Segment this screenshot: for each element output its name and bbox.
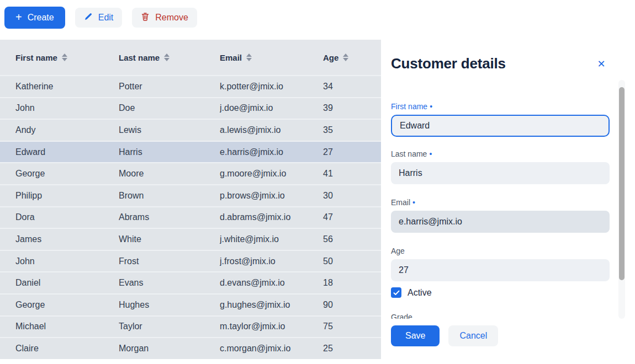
table-cell: 30 <box>323 191 381 201</box>
table-row[interactable]: EdwardHarrise.harris@jmix.io27 <box>0 141 381 163</box>
table-cell: Potter <box>119 82 220 92</box>
table-cell: j.frost@jmix.io <box>220 256 323 266</box>
table-cell: Doe <box>119 103 220 113</box>
table-cell: Abrams <box>119 212 220 222</box>
column-header-last-name[interactable]: Last name <box>119 53 220 62</box>
table-cell: Brown <box>119 191 220 201</box>
app-window: + Create Edit Remove First nameLast name… <box>0 0 635 364</box>
table-cell: Philipp <box>15 191 119 201</box>
sort-arrows-icon[interactable] <box>164 53 170 61</box>
table-cell: c.morgan@jmix.io <box>220 344 323 354</box>
table-row[interactable]: GeorgeHughesg.hughes@jmix.io90 <box>0 293 381 315</box>
table-cell: m.taylor@jmix.io <box>220 322 323 331</box>
create-button-label: Create <box>28 13 54 23</box>
table-cell: Moore <box>119 169 220 179</box>
sort-arrows-icon[interactable] <box>343 53 348 61</box>
column-header-label: First name <box>15 53 57 62</box>
table-row[interactable]: GeorgeMooreg.moore@jmix.io41 <box>0 162 381 184</box>
table-cell: g.hughes@jmix.io <box>220 300 323 310</box>
edit-button[interactable]: Edit <box>75 8 123 28</box>
last-name-label-text: Last name <box>391 149 427 158</box>
panel-scrollbar-thumb[interactable] <box>619 87 625 280</box>
active-checkbox-label: Active <box>408 288 432 298</box>
column-header-label: Last name <box>119 53 160 62</box>
email-field[interactable] <box>391 211 610 233</box>
table-cell: 90 <box>323 300 381 310</box>
grade-label: Grade <box>391 313 610 319</box>
table-cell: John <box>15 256 119 266</box>
table-row[interactable]: AndyLewisa.lewis@jmix.io35 <box>0 119 381 141</box>
details-form-scroll-area: First name• Last name• Email• Age <box>381 80 635 319</box>
age-label: Age <box>391 247 610 255</box>
table-cell: Daniel <box>15 278 119 288</box>
table-cell: Lewis <box>119 125 220 135</box>
column-header-age[interactable]: Age <box>323 53 381 62</box>
column-header-label: Email <box>220 53 242 62</box>
table-row[interactable]: JohnDoej.doe@jmix.io39 <box>0 97 381 119</box>
first-name-label-text: First name <box>391 102 427 111</box>
active-checkbox-row[interactable]: Active <box>391 287 610 298</box>
sort-arrows-icon[interactable] <box>246 53 252 61</box>
table-cell: George <box>15 169 119 179</box>
table-cell: 35 <box>323 125 381 135</box>
table-cell: Katherine <box>15 82 119 92</box>
table-row[interactable]: DoraAbramsd.abrams@jmix.io47 <box>0 206 381 228</box>
trash-icon <box>141 12 150 23</box>
remove-button[interactable]: Remove <box>132 8 197 28</box>
table-cell: 75 <box>323 322 381 331</box>
table-cell: James <box>15 234 119 244</box>
table-cell: 47 <box>323 212 381 222</box>
table-row[interactable]: KatherinePotterk.potter@jmix.io34 <box>0 75 381 97</box>
customer-details-panel: Customer details ✕ First name• Last name… <box>381 0 635 364</box>
required-indicator: • <box>430 102 432 111</box>
table-cell: 50 <box>323 256 381 266</box>
table-cell: 18 <box>323 278 381 288</box>
table-cell: Claire <box>15 344 119 354</box>
column-header-label: Age <box>323 53 338 62</box>
plus-icon: + <box>15 12 22 23</box>
table-cell: Harris <box>119 147 220 157</box>
last-name-label: Last name• <box>391 149 610 158</box>
first-name-label: First name• <box>391 102 610 111</box>
column-header-first-name[interactable]: First name <box>15 53 119 62</box>
panel-scrollbar-track[interactable] <box>618 80 625 319</box>
checkbox-checked-icon[interactable] <box>391 287 401 298</box>
crud-toolbar: + Create Edit Remove <box>4 7 197 29</box>
create-button[interactable]: + Create <box>4 7 65 29</box>
sort-arrows-icon[interactable] <box>62 53 67 61</box>
table-cell: Hughes <box>119 300 220 310</box>
age-field[interactable] <box>391 259 610 281</box>
close-icon[interactable]: ✕ <box>594 57 608 71</box>
table-row[interactable]: PhilippBrownp.brows@jmix.io30 <box>0 184 381 206</box>
table-row[interactable]: JamesWhitej.white@jmix.io56 <box>0 228 381 250</box>
table-cell: j.doe@jmix.io <box>220 103 323 113</box>
table-cell: e.harris@jmix.io <box>220 147 323 157</box>
required-indicator: • <box>412 198 415 207</box>
table-cell: George <box>15 300 119 310</box>
email-label: Email• <box>391 198 610 207</box>
grid-header-row: First nameLast nameEmailAge <box>0 40 381 75</box>
cancel-button[interactable]: Cancel <box>448 325 498 346</box>
column-header-email[interactable]: Email <box>220 53 323 62</box>
pencil-icon <box>84 12 93 23</box>
table-cell: k.potter@jmix.io <box>220 82 323 92</box>
table-row[interactable]: MichaelTaylorm.taylor@jmix.io75 <box>0 315 381 338</box>
table-row[interactable]: DanielEvansd.evans@jmix.io18 <box>0 271 381 293</box>
table-cell: Taylor <box>119 322 220 331</box>
remove-button-label: Remove <box>155 13 188 23</box>
grid-body: KatherinePotterk.potter@jmix.io34JohnDoe… <box>0 75 381 359</box>
table-cell: John <box>15 103 119 113</box>
table-cell: Morgan <box>119 344 220 354</box>
table-cell: g.moore@jmix.io <box>220 169 323 179</box>
table-row[interactable]: ClaireMorganc.morgan@jmix.io25 <box>0 337 381 359</box>
table-cell: 39 <box>323 103 381 113</box>
edit-button-label: Edit <box>98 13 114 23</box>
last-name-field[interactable] <box>391 162 610 184</box>
table-row[interactable]: JohnFrostj.frost@jmix.io50 <box>0 250 381 272</box>
table-cell: d.evans@jmix.io <box>220 278 323 288</box>
save-button[interactable]: Save <box>391 325 440 346</box>
table-cell: j.white@jmix.io <box>220 234 323 244</box>
table-cell: 41 <box>323 169 381 179</box>
first-name-field[interactable] <box>391 115 610 137</box>
table-cell: Frost <box>119 256 220 266</box>
